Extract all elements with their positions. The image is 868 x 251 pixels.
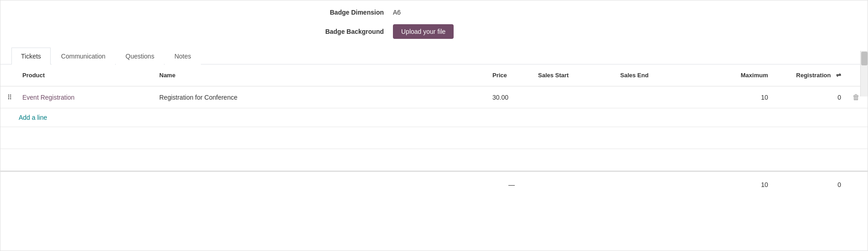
badge-background-label: Badge Background (311, 28, 384, 35)
summary-registration: 0 (772, 176, 845, 193)
empty-row-2 (0, 149, 868, 171)
table-row: ⠿ Event Registration Registration for Co… (0, 86, 868, 108)
summary-drag (0, 180, 19, 189)
drag-handle[interactable]: ⠿ (0, 89, 19, 106)
tab-notes[interactable]: Notes (165, 48, 201, 64)
col-product-header: Product (19, 69, 156, 81)
col-maximum-header: Maximum (699, 69, 772, 81)
cell-registration: 0 (772, 89, 845, 106)
summary-actions (845, 180, 868, 189)
col-sales-end-header: Sales End (617, 69, 699, 81)
table-header: Product Name Price Sales Start Sales End… (0, 64, 868, 86)
summary-row: — 10 0 (0, 171, 868, 198)
badge-dimension-row: Badge Dimension A6 (311, 9, 401, 16)
registration-settings-icon[interactable]: ⇌ (836, 72, 841, 79)
summary-dash: — (489, 176, 534, 193)
col-registration-header: Registration ⇌ (772, 69, 845, 81)
summary-maximum: 10 (699, 176, 772, 193)
product-link[interactable]: Event Registration (22, 94, 74, 101)
summary-name (156, 180, 489, 189)
col-price-header: Price (489, 69, 534, 81)
summary-sales-start (534, 180, 617, 189)
cell-maximum: 10 (699, 89, 772, 106)
upload-file-button[interactable]: Upload your file (393, 24, 454, 39)
tabs-container: Tickets Communication Questions Notes (0, 47, 868, 64)
cell-sales-end (617, 93, 699, 102)
tickets-table: Product Name Price Sales Start Sales End… (0, 64, 868, 198)
badge-dimension-value: A6 (393, 9, 401, 16)
cell-product: Event Registration (19, 89, 156, 106)
empty-row-1 (0, 127, 868, 149)
tab-communication[interactable]: Communication (52, 48, 115, 64)
badge-dimension-label: Badge Dimension (311, 9, 384, 16)
cell-price: 30.00 (489, 89, 534, 106)
scrollbar[interactable] (860, 51, 868, 96)
add-line-row: Add a line (0, 108, 868, 127)
badge-section: Badge Dimension A6 Badge Background Uplo… (311, 0, 868, 47)
col-drag-header (0, 69, 19, 81)
summary-sales-end (617, 180, 699, 189)
scrollbar-thumb[interactable] (861, 52, 868, 65)
delete-row-icon[interactable]: 🗑 (852, 93, 860, 101)
tab-tickets[interactable]: Tickets (11, 48, 51, 64)
badge-background-row: Badge Background Upload your file (311, 24, 454, 39)
summary-product (19, 180, 156, 189)
cell-name: Registration for Conference (156, 89, 489, 106)
cell-sales-start (534, 93, 617, 102)
col-name-header: Name (156, 69, 489, 81)
tab-questions[interactable]: Questions (116, 48, 164, 64)
col-sales-start-header: Sales Start (534, 69, 617, 81)
page-wrapper: Badge Dimension A6 Badge Background Uplo… (0, 0, 868, 251)
add-line-button[interactable]: Add a line (19, 114, 47, 121)
